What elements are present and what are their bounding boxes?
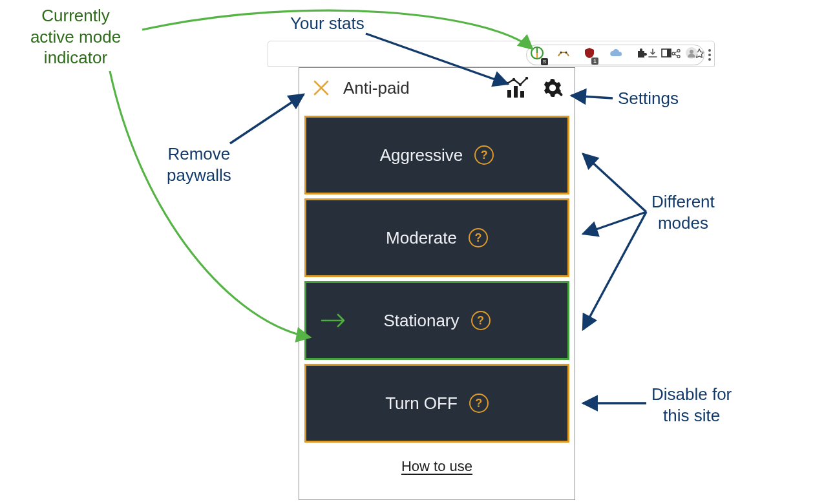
popup-header: Anti-paid bbox=[299, 68, 575, 108]
mode-turn-off[interactable]: Turn OFF ? bbox=[304, 364, 569, 443]
mode-moderate[interactable]: Moderate ? bbox=[304, 198, 569, 277]
callout-active-mode: Currently active mode indicator bbox=[14, 5, 137, 68]
svg-rect-13 bbox=[507, 90, 511, 98]
mode-stationary[interactable]: Stationary ? bbox=[304, 281, 569, 360]
svg-point-18 bbox=[519, 83, 522, 86]
active-mode-arrow-icon bbox=[321, 313, 349, 328]
mode-label: Turn OFF bbox=[385, 394, 458, 414]
stats-icon[interactable] bbox=[505, 75, 531, 101]
mode-aggressive[interactable]: Aggressive ? bbox=[304, 116, 569, 194]
svg-rect-15 bbox=[520, 91, 524, 98]
svg-point-11 bbox=[708, 54, 711, 56]
svg-point-9 bbox=[690, 50, 693, 54]
callout-your-stats: Your stats bbox=[290, 13, 365, 34]
help-icon[interactable]: ? bbox=[471, 311, 491, 330]
profile-icon[interactable] bbox=[685, 47, 698, 62]
svg-point-16 bbox=[506, 82, 509, 85]
svg-point-20 bbox=[549, 85, 556, 91]
svg-point-10 bbox=[708, 49, 711, 52]
puzzle-icon[interactable] bbox=[636, 47, 648, 61]
svg-rect-14 bbox=[514, 86, 518, 98]
close-icon[interactable] bbox=[308, 75, 334, 101]
svg-point-17 bbox=[513, 78, 515, 81]
callout-disable-site: Disable for this site bbox=[651, 384, 732, 426]
mode-label: Stationary bbox=[383, 311, 459, 331]
extension-current-icon[interactable]: S bbox=[530, 46, 544, 63]
shield-badge: 1 bbox=[591, 58, 598, 65]
callout-settings: Settings bbox=[618, 88, 679, 109]
extension-secondary-icon[interactable] bbox=[557, 47, 570, 61]
svg-point-4 bbox=[560, 52, 562, 54]
extension-popup: Anti-paid Aggressive ? Moderate bbox=[299, 67, 575, 500]
mode-label: Moderate bbox=[386, 228, 457, 248]
popup-title: Anti-paid bbox=[343, 78, 496, 98]
help-icon[interactable]: ? bbox=[474, 145, 494, 165]
help-icon[interactable]: ? bbox=[469, 228, 488, 247]
svg-point-5 bbox=[565, 52, 567, 54]
svg-rect-7 bbox=[667, 49, 671, 57]
panel-icon[interactable] bbox=[661, 47, 672, 61]
help-icon[interactable]: ? bbox=[469, 394, 489, 413]
svg-point-19 bbox=[525, 77, 528, 79]
modes-list: Aggressive ? Moderate ? Stationary ? Tur… bbox=[299, 108, 575, 450]
callout-remove-paywalls: Remove paywalls bbox=[167, 143, 231, 185]
callout-different-modes: Different modes bbox=[651, 191, 715, 233]
mode-label: Aggressive bbox=[380, 145, 463, 165]
extensions-icons: S 1 bbox=[530, 45, 698, 63]
shield-icon[interactable]: 1 bbox=[583, 47, 596, 62]
how-to-use-link[interactable]: How to use bbox=[401, 458, 472, 475]
svg-point-12 bbox=[708, 58, 711, 61]
popup-footer: How to use bbox=[299, 450, 575, 483]
gear-icon[interactable] bbox=[540, 75, 565, 101]
menu-icon[interactable] bbox=[708, 49, 711, 63]
cloud-icon[interactable] bbox=[609, 48, 623, 61]
